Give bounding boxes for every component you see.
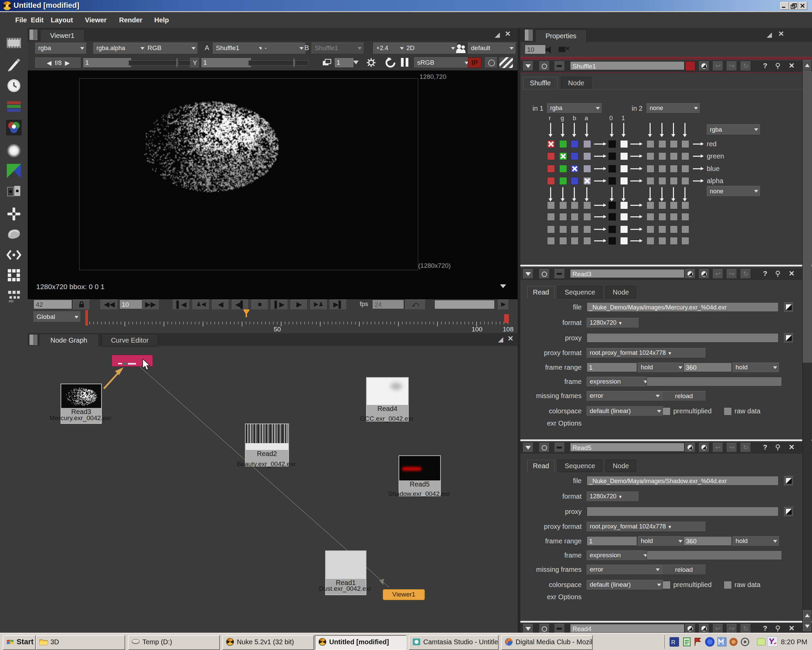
svg-text:etc: etc bbox=[9, 299, 14, 303]
svg-text:R: R bbox=[671, 639, 675, 645]
